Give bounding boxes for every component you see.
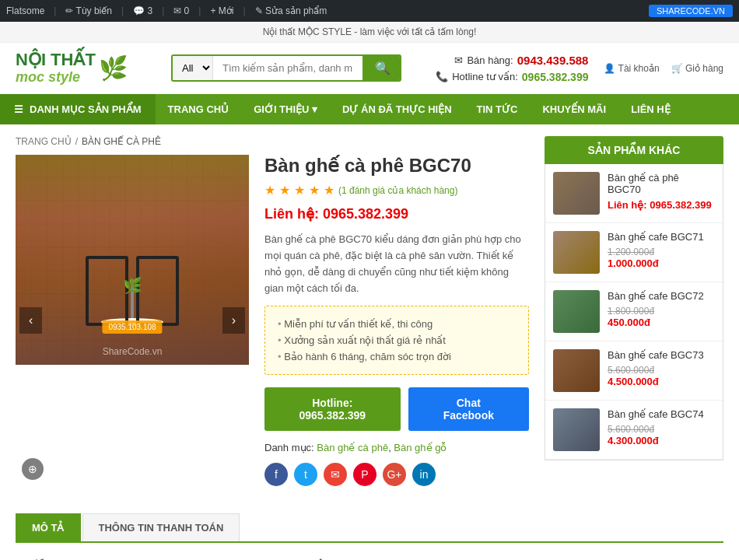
navigation: ☰ DANH MỤC SẢN PHẨM TRANG CHỦ GIỚI THIỆU… <box>0 94 739 124</box>
chat-facebook-button[interactable]: Chat Facebook <box>408 387 529 431</box>
sidebar-product-old-price: 1.200.000đ <box>608 247 715 257</box>
cart-link[interactable]: 🛒 Giỏ hàng <box>671 63 723 74</box>
info-bar: Nội thất MỘC STYLE - làm việc với tất cả… <box>0 22 739 43</box>
account-link[interactable]: 👤 Tài khoản <box>604 63 659 74</box>
product-thumbnail <box>553 231 600 274</box>
sidebar: SẢN PHẨM KHÁC Bàn ghế cà phê BGC70 Liên … <box>545 136 723 486</box>
search-button[interactable]: 🔍 <box>362 56 401 80</box>
product-info-sidebar: Bàn ghế cafe BGC72 1.800.000đ 450.000đ <box>608 290 715 333</box>
list-item[interactable]: Bàn ghế cafe BGC74 5.600.000đ 4.300.000đ <box>545 401 723 460</box>
breadcrumb-category: BÀN GHẾ CÀ PHÊ <box>82 136 161 147</box>
product-detail: 🌿 0935.103.108 ShareCode.vn ‹ › ⊕ Bàn gh… <box>16 155 529 486</box>
sidebar-product-name: Bàn ghế cà phê BGC70 <box>608 172 715 195</box>
star-5: ★ <box>324 183 334 198</box>
product-info-sidebar: Bàn ghế cà phê BGC70 Liên hệ: 0965.382.3… <box>608 172 715 215</box>
share-facebook[interactable]: f <box>264 463 288 486</box>
phone-number[interactable]: 0943.439.588 <box>517 54 589 67</box>
social-share: f t ✉ P G+ in <box>264 463 529 486</box>
admin-customize[interactable]: ✏ Tùy biến <box>65 5 111 16</box>
image-zoom-button[interactable]: ⊕ <box>22 458 44 480</box>
image-prev-button[interactable]: ‹ <box>19 307 42 334</box>
share-pinterest[interactable]: P <box>353 463 377 486</box>
product-title: Bàn ghế cà phê BGC70 <box>264 155 529 177</box>
product-price: Liên hệ: 0965.382.399 <box>264 205 529 222</box>
product-image-badge: 0935.103.108 <box>102 320 162 334</box>
nav-du-an[interactable]: DỰ ÁN ĐÃ THỰC HIỆN <box>330 94 464 124</box>
sidebar-product-name: Bàn ghế cafe BGC72 <box>608 290 715 302</box>
nav-khuyen-mai[interactable]: KHUYẾN MÃI <box>530 94 618 124</box>
logo-leaf-icon: 🌿 <box>99 57 128 80</box>
star-4: ★ <box>309 183 320 198</box>
search-input[interactable] <box>213 56 362 80</box>
nav-lien-he[interactable]: LIÊN HỆ <box>618 94 683 124</box>
sidebar-product-old-price: 5.600.000đ <box>608 424 715 435</box>
sidebar-product-name: Bàn ghế cafe BGC74 <box>608 408 715 420</box>
product-info: Bàn ghế cà phê BGC70 ★ ★ ★ ★ ★ (1 đánh g… <box>264 155 529 486</box>
product-info-sidebar: Bàn ghế cafe BGC73 5.600.000đ 4.500.000đ <box>608 349 715 392</box>
tab-mo-ta[interactable]: MÔ TẢ <box>16 513 81 541</box>
logo-line2: moc style <box>16 69 96 86</box>
search-bar[interactable]: All 🔍 <box>171 54 401 82</box>
breadcrumb-home[interactable]: TRANG CHỦ <box>16 136 72 147</box>
logo[interactable]: NỘI THẤT moc style 🌿 <box>16 51 156 86</box>
action-buttons: Hotline: 0965.382.399 Chat Facebook <box>264 387 529 431</box>
admin-edit[interactable]: ✎ Sửa sản phẩm <box>255 5 327 16</box>
hotline-label: Hotline tư vấn: <box>452 71 518 82</box>
sidebar-title: SẢN PHẨM KHÁC <box>545 136 723 164</box>
share-linkedin[interactable]: in <box>412 463 436 486</box>
image-next-button[interactable]: › <box>222 307 245 334</box>
nav-gioi-thieu[interactable]: GIỚI THIỆU ▾ <box>241 94 330 124</box>
product-thumbnail <box>553 349 600 392</box>
product-thumbnail <box>553 290 600 333</box>
star-1: ★ <box>264 183 275 198</box>
logo-line1: NỘI THẤT <box>16 51 96 69</box>
category-link-1[interactable]: Bàn ghế cà phê <box>317 442 388 453</box>
nav-trang-chu[interactable]: TRANG CHỦ <box>156 94 242 124</box>
list-item[interactable]: Bàn ghế cafe BGC72 1.800.000đ 450.000đ <box>545 282 723 341</box>
tab-content: Giá Ưu Đãi: chương trình áp dụng khi khá… <box>16 543 723 560</box>
sidebar-products-list: Bàn ghế cà phê BGC70 Liên hệ: 0965.382.3… <box>545 164 723 460</box>
price-value: 0965.382.399 <box>323 206 408 222</box>
product-main-image: 🌿 0935.103.108 ShareCode.vn <box>16 155 249 365</box>
tab-thanh-toan[interactable]: THÔNG TIN THANH TOÁN <box>82 513 240 541</box>
product-info-sidebar: Bàn ghế cafe BGC74 5.600.000đ 4.300.000đ <box>608 408 715 451</box>
product-thumbnail <box>553 172 600 215</box>
category-menu-button[interactable]: ☰ DANH MỤC SẢN PHẨM <box>0 94 156 124</box>
admin-bar: Flatsome | ✏ Tùy biến | 💬 3 | ✉ 0 | + Mớ… <box>0 0 739 22</box>
list-item[interactable]: Bàn ghế cafe BGC73 5.600.000đ 4.500.000đ <box>545 341 723 401</box>
breadcrumb: TRANG CHỦ / BÀN GHẾ CÀ PHÊ <box>16 136 529 147</box>
review-count[interactable]: (1 đánh giá của khách hàng) <box>338 185 457 196</box>
sidebar-product-price: 450.000đ <box>608 317 715 328</box>
feature-3: Bảo hành 6 tháng, chăm sóc trọn đời <box>278 348 516 365</box>
category-link-2[interactable]: Bàn ghế gỗ <box>394 442 447 453</box>
main-content: TRANG CHỦ / BÀN GHẾ CÀ PHÊ 🌿 <box>0 124 739 498</box>
hotline-button[interactable]: Hotline: 0965.382.399 <box>264 387 401 431</box>
product-thumbnail <box>553 408 600 451</box>
sidebar-product-name: Bàn ghế cafe BGC73 <box>608 349 715 361</box>
hamburger-icon: ☰ <box>14 103 23 115</box>
share-twitter[interactable]: t <box>294 463 317 486</box>
nav-tin-tuc[interactable]: TIN TỨC <box>464 94 531 124</box>
product-image-container: 🌿 0935.103.108 ShareCode.vn ‹ › ⊕ <box>16 155 249 486</box>
share-google-plus[interactable]: G+ <box>383 463 406 486</box>
sidebar-product-price: 4.300.000đ <box>608 435 715 446</box>
product-description: Bàn ghế cà phê BGC70 kiểu dáng đơn giản … <box>264 232 529 296</box>
product-rating: ★ ★ ★ ★ ★ (1 đánh giá của khách hàng) <box>264 183 529 198</box>
price-label: Liên hệ: <box>264 206 319 222</box>
admin-site[interactable]: Flatsome <box>6 5 44 16</box>
product-info-sidebar: Bàn ghế cafe BGC71 1.200.000đ 1.000.000đ <box>608 231 715 274</box>
list-item[interactable]: Bàn ghế cà phê BGC70 Liên hệ: 0965.382.3… <box>545 164 723 223</box>
admin-messages[interactable]: ✉ 0 <box>173 5 189 16</box>
admin-new[interactable]: + Mới <box>210 5 233 16</box>
info-text: Nội thất MỘC STYLE - làm việc với tất cả… <box>263 26 477 37</box>
share-email[interactable]: ✉ <box>324 463 347 486</box>
sidebar-product-name: Bàn ghế cafe BGC71 <box>608 231 715 243</box>
sidebar-product-price: 4.500.000đ <box>608 376 715 387</box>
list-item[interactable]: Bàn ghế cafe BGC71 1.200.000đ 1.000.000đ <box>545 223 723 282</box>
sidebar-product-price: 1.000.000đ <box>608 257 715 269</box>
search-category[interactable]: All <box>173 56 213 80</box>
feature-1: Miễn phí tư vấn thiết kế, thi công <box>278 316 516 332</box>
admin-comments[interactable]: 💬 3 <box>133 5 152 16</box>
hotline-number[interactable]: 0965.382.399 <box>522 71 589 83</box>
header: NỘI THẤT moc style 🌿 All 🔍 ✉ Bán hàng: 0… <box>0 43 739 94</box>
